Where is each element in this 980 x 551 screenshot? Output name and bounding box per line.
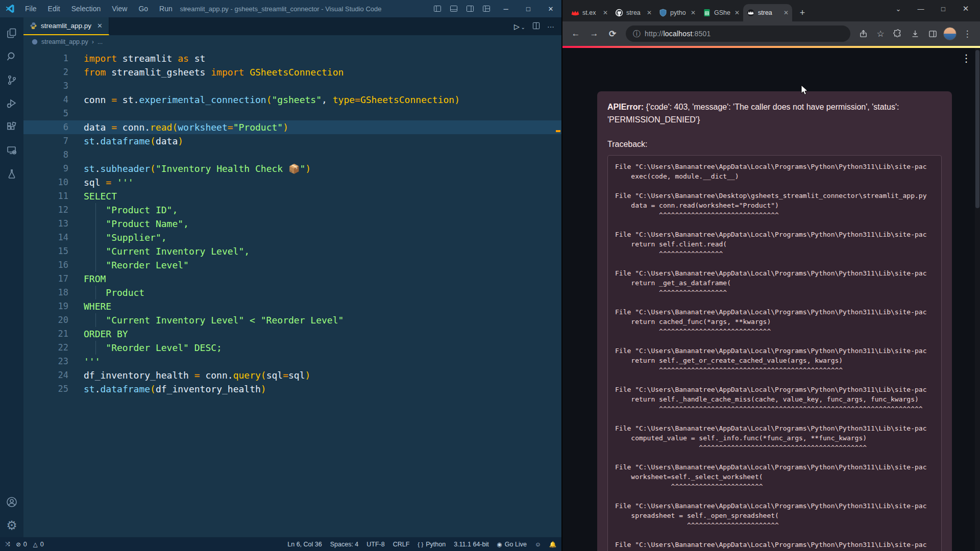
code-editor[interactable]: 1import streamlit as st2from streamlit_g… bbox=[23, 48, 561, 537]
browser-tab-5[interactable]: strea✕ bbox=[743, 4, 792, 21]
status-item-python[interactable]: { }Python bbox=[418, 541, 446, 548]
code-line[interactable]: 7st.dataframe(data) bbox=[23, 134, 561, 148]
profile-avatar[interactable] bbox=[942, 26, 958, 41]
customize-layout-icon[interactable] bbox=[479, 2, 494, 15]
more-actions-icon[interactable]: ··· bbox=[547, 22, 554, 31]
tab-search-chevron-icon[interactable]: ⌄ bbox=[887, 5, 910, 13]
traceback-pre[interactable]: File "C:\Users\Bananatree\AppData\Local\… bbox=[607, 155, 942, 551]
breadcrumb[interactable]: streamlit_app.py › ... bbox=[23, 35, 561, 48]
menu-item-run[interactable]: Run bbox=[155, 3, 177, 15]
browser-tab-3[interactable]: pytho✕ bbox=[655, 4, 699, 21]
minimize-button[interactable]: — bbox=[910, 5, 932, 13]
explorer-icon[interactable] bbox=[0, 21, 23, 45]
minimize-button[interactable]: ─ bbox=[495, 0, 517, 17]
toggle-sidebar-icon[interactable] bbox=[430, 2, 445, 15]
tab-close-icon[interactable]: ✕ bbox=[647, 9, 652, 16]
code-line[interactable]: 4conn = st.experimental_connection("gshe… bbox=[23, 93, 561, 107]
tab-streamlit-app[interactable]: streamlit_app.py ✕ bbox=[23, 17, 109, 35]
tab-close-icon[interactable]: ✕ bbox=[97, 22, 103, 30]
code-line[interactable]: 3 bbox=[23, 79, 561, 93]
status-item[interactable]: ☺ bbox=[535, 541, 541, 547]
toggle-secondary-sidebar-icon[interactable] bbox=[462, 2, 478, 15]
status-item-3-11-1-64-bit[interactable]: 3.11.1 64-bit bbox=[454, 541, 489, 548]
status-item[interactable]: ⤨ bbox=[5, 541, 10, 547]
settings-gear-icon[interactable]: ⚙ bbox=[0, 514, 23, 537]
downloads-icon[interactable] bbox=[908, 26, 923, 41]
status-item-0[interactable]: ⊘0 bbox=[16, 541, 27, 548]
tab-close-icon[interactable]: ✕ bbox=[734, 9, 740, 16]
browser-tab-2[interactable]: strea✕ bbox=[611, 4, 655, 21]
side-panel-icon[interactable] bbox=[925, 26, 940, 41]
line-number: 2 bbox=[23, 65, 68, 79]
code-line[interactable]: 2from streamlit_gsheets import GSheetsCo… bbox=[23, 65, 561, 79]
address-bar[interactable]: ⓘ http://localhost:8501 bbox=[626, 26, 850, 42]
menu-item-edit[interactable]: Edit bbox=[43, 3, 65, 15]
browser-tab-4[interactable]: GShe✕ bbox=[699, 4, 743, 21]
browser-menu-kebab-icon[interactable]: ⋮ bbox=[960, 26, 975, 41]
code-line[interactable]: 25st.dataframe(df_inventory_health) bbox=[23, 382, 561, 396]
menu-item-selection[interactable]: Selection bbox=[67, 3, 106, 15]
code-line[interactable]: 11SELECT bbox=[23, 189, 561, 203]
forward-icon[interactable]: → bbox=[586, 26, 602, 42]
code-line[interactable]: 9st.subheader("Inventory Health Check 📦"… bbox=[23, 162, 561, 176]
code-line[interactable]: 21ORDER BY bbox=[23, 327, 561, 341]
breadcrumb-more[interactable]: ... bbox=[97, 38, 103, 45]
menu-item-go[interactable]: Go bbox=[134, 3, 153, 15]
new-tab-button[interactable]: + bbox=[795, 6, 810, 20]
run-debug-icon[interactable] bbox=[0, 92, 23, 115]
status-item-utf-8[interactable]: UTF-8 bbox=[366, 541, 384, 548]
reload-icon[interactable]: ⟳ bbox=[604, 26, 621, 42]
close-button[interactable]: ✕ bbox=[954, 4, 977, 13]
close-button[interactable]: ✕ bbox=[540, 0, 561, 17]
code-line[interactable]: 14 "Supplier", bbox=[23, 231, 561, 244]
status-item[interactable]: 🔔 bbox=[549, 541, 556, 548]
code-line[interactable]: 20 "Current Inventory Level" < "Reorder … bbox=[23, 313, 561, 327]
tab-close-icon[interactable]: ✕ bbox=[603, 9, 608, 16]
code-line[interactable]: 24df_inventory_health = conn.query(sql=s… bbox=[23, 368, 561, 382]
toggle-panel-icon[interactable] bbox=[446, 2, 461, 15]
code-line[interactable]: 22 "Reorder Level" DESC; bbox=[23, 341, 561, 355]
code-line[interactable]: 5 bbox=[23, 107, 561, 120]
code-line[interactable]: 16 "Reorder Level" bbox=[23, 258, 561, 272]
browser-tab-1[interactable]: st.ex✕ bbox=[568, 4, 611, 21]
extensions-icon[interactable] bbox=[0, 115, 23, 139]
streamlit-menu-kebab-icon[interactable]: ⋮ bbox=[961, 52, 972, 64]
run-python-file-icon[interactable]: ▷ ⌄ bbox=[514, 22, 525, 31]
code-line[interactable]: 8 bbox=[23, 148, 561, 162]
extensions-puzzle-icon[interactable] bbox=[890, 26, 905, 41]
breadcrumb-file[interactable]: streamlit_app.py bbox=[41, 38, 88, 45]
status-item-crlf[interactable]: CRLF bbox=[393, 541, 410, 548]
page-scrollbar[interactable] bbox=[975, 48, 980, 551]
back-icon[interactable]: ← bbox=[568, 26, 584, 42]
source-control-icon[interactable] bbox=[0, 68, 23, 92]
tab-close-icon[interactable]: ✕ bbox=[691, 9, 696, 16]
status-item-spaces-4[interactable]: Spaces: 4 bbox=[330, 541, 359, 548]
bookmark-star-icon[interactable]: ☆ bbox=[873, 26, 888, 41]
status-item-0[interactable]: △0 bbox=[33, 541, 44, 548]
share-icon[interactable] bbox=[855, 26, 871, 41]
maximize-button[interactable]: □ bbox=[518, 0, 539, 17]
menu-item-view[interactable]: View bbox=[107, 3, 132, 15]
code-line[interactable]: 18 Product bbox=[23, 286, 561, 299]
menu-item-file[interactable]: File bbox=[20, 3, 41, 15]
code-line[interactable]: 13 "Product Name", bbox=[23, 217, 561, 231]
code-line[interactable]: 19WHERE bbox=[23, 299, 561, 313]
code-line[interactable]: 1import streamlit as st bbox=[23, 52, 561, 65]
menu-item-[interactable]: ··· bbox=[179, 3, 195, 15]
code-line[interactable]: 12 "Product ID", bbox=[23, 203, 561, 217]
code-line[interactable]: 10sql = ''' bbox=[23, 176, 561, 189]
tab-close-icon[interactable]: ✕ bbox=[783, 9, 789, 16]
status-item-go-live[interactable]: ◉Go Live bbox=[497, 541, 527, 548]
code-line[interactable]: 23''' bbox=[23, 355, 561, 368]
code-line[interactable]: 15 "Current Inventory Level", bbox=[23, 244, 561, 258]
code-line[interactable]: 6data = conn.read(worksheet="Product") bbox=[23, 120, 561, 134]
testing-icon[interactable] bbox=[0, 162, 23, 186]
site-info-icon[interactable]: ⓘ bbox=[633, 29, 641, 39]
status-item-ln-6-col-36[interactable]: Ln 6, Col 36 bbox=[287, 541, 322, 548]
remote-explorer-icon[interactable] bbox=[0, 139, 23, 162]
maximize-button[interactable]: □ bbox=[932, 5, 954, 13]
account-icon[interactable] bbox=[0, 490, 23, 514]
split-editor-icon[interactable] bbox=[532, 22, 540, 31]
search-icon[interactable] bbox=[0, 45, 23, 68]
code-line[interactable]: 17FROM bbox=[23, 272, 561, 286]
